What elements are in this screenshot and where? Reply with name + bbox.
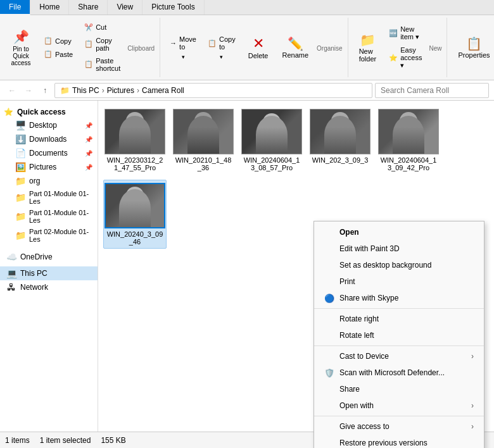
rotate-left-icon (324, 330, 334, 340)
search-input[interactable] (375, 83, 489, 98)
file-name: WIN_20230312_21_47_55_Pro (106, 156, 163, 171)
ctx-item-rotate-left[interactable]: Rotate left (314, 327, 484, 344)
statusbar-selected: 1 item selected (40, 436, 91, 445)
paste-icon: 📋 (44, 50, 53, 58)
ctx-item-print[interactable]: Print (314, 273, 484, 290)
list-item[interactable]: WIN_20210_1_48_36 (172, 106, 235, 175)
rename-icon: ✏️ (288, 36, 303, 51)
ctx-item-share-skype[interactable]: 🔵 Share with Skype (314, 290, 484, 306)
restore-icon (324, 438, 334, 448)
file-name: WIN_20210_1_48_36 (175, 156, 232, 171)
ctx-item-open[interactable]: Open (314, 224, 484, 240)
thispc-icon: 💻 (6, 268, 16, 278)
part01b-icon: 📁 (15, 211, 25, 221)
sidebar-quick-access-header[interactable]: ⭐ Quick access (0, 106, 98, 118)
statusbar-count: 1 items (5, 436, 30, 445)
copy-to-split[interactable]: 📋Copy to ▾ (203, 34, 240, 61)
organise-group: →Move to ▾ 📋Copy to ▾ ✕ Delete ✏️ Rename… (160, 18, 348, 77)
properties-button[interactable]: 📋 Properties (452, 33, 494, 62)
ribbon: File Home Share View Picture Tools 📌 Pin… (0, 0, 494, 80)
ctx-item-rotate-right[interactable]: Rotate right (314, 311, 484, 327)
give-access-arrow-icon: › (471, 422, 474, 431)
easy-access-button[interactable]: ⭐ Easy access ▾ (384, 44, 426, 72)
new-item-button[interactable]: 🆕 New item ▾ (384, 23, 426, 43)
downloads-icon: ⬇️ (15, 134, 25, 144)
pictures-icon: 🖼️ (15, 162, 25, 172)
defender-icon: 🛡️ (324, 368, 334, 378)
list-item[interactable]: WIN_20240_3_09_46 (103, 180, 167, 249)
paste-button[interactable]: 📋 Paste (39, 48, 77, 60)
file-area[interactable]: WIN_20230312_21_47_55_Pro WIN_20210_1_48… (98, 101, 494, 448)
sidebar-item-desktop[interactable]: 🖥️ Desktop 📌 (0, 118, 98, 132)
sidebar-item-part02[interactable]: 📁 Part 02-Module 01-Les (0, 226, 98, 245)
sidebar-item-documents[interactable]: 📄 Documents 📌 (0, 146, 98, 160)
delete-button[interactable]: ✕ Delete (243, 32, 274, 63)
cast-icon (324, 351, 334, 361)
sidebar-item-part01a[interactable]: 📁 Part 01-Module 01-Les (0, 188, 98, 207)
sidebar-item-part01b[interactable]: 📁 Part 01-Module 01-Les (0, 207, 98, 226)
pin-icon: 📌 (13, 29, 29, 44)
ctx-item-set-desktop-bg[interactable]: Set as desktop background (314, 257, 484, 273)
open-with-icon (324, 401, 334, 411)
paste-shortcut-button[interactable]: 📋 Paste shortcut (80, 55, 125, 74)
pin-downloads-icon: 📌 (85, 136, 92, 143)
cut-icon: ✂️ (84, 23, 93, 32)
ctx-item-give-access[interactable]: Give access to › (314, 418, 484, 435)
context-menu: Open Edit with Paint 3D Set as desktop b… (314, 221, 484, 448)
rename-button[interactable]: ✏️ Rename (276, 33, 314, 62)
pin-pictures-icon: 📌 (85, 164, 92, 171)
copy-path-button[interactable]: 📋 Copy path (80, 35, 125, 54)
path-part-cameraroll[interactable]: Camera Roll (142, 86, 184, 95)
ctx-item-edit-paint3d[interactable]: Edit with Paint 3D (314, 240, 484, 257)
move-to-split[interactable]: →Move to ▾ (165, 34, 201, 61)
tab-file[interactable]: File (0, 0, 30, 15)
file-name: WIN_20240604_13_09_42_Pro (380, 156, 437, 171)
tab-picture-tools[interactable]: Picture Tools (142, 0, 204, 15)
tab-view[interactable]: View (108, 0, 142, 15)
statusbar-size: 155 KB (101, 436, 125, 445)
onedrive-icon: ☁️ (6, 252, 16, 262)
new-folder-button[interactable]: 📁 New folder (353, 29, 383, 66)
list-item[interactable]: WIN_202_3_09_3 (308, 106, 372, 175)
paint3d-icon (324, 244, 334, 254)
skype-icon: 🔵 (324, 293, 334, 303)
cast-arrow-icon: › (471, 352, 474, 361)
sidebar-item-org[interactable]: 📁 org (0, 174, 98, 188)
ctx-divider (314, 308, 484, 309)
list-item[interactable]: WIN_20240604_13_08_57_Pro (240, 106, 303, 175)
address-path[interactable]: 📁 This PC › Pictures › Camera Roll (54, 83, 372, 98)
pin-quick-access-button[interactable]: 📌 Pin to Quick access (5, 27, 37, 69)
ribbon-tabs: File Home Share View Picture Tools (0, 0, 494, 15)
pin-documents-icon: 📌 (85, 150, 92, 157)
list-item[interactable]: WIN_20230312_21_47_55_Pro (103, 106, 167, 175)
ctx-item-scan-defender[interactable]: 🛡️ Scan with Microsoft Defender... (314, 364, 484, 381)
list-item[interactable]: WIN_20240604_13_09_42_Pro (377, 106, 440, 175)
tab-share[interactable]: Share (69, 0, 108, 15)
clipboard-group: 📌 Pin to Quick access 📋 Copy 📋 Paste ✂️ … (0, 18, 160, 77)
up-button[interactable]: ↑ (38, 84, 52, 97)
part01a-icon: 📁 (15, 192, 25, 202)
rotate-right-icon (324, 314, 334, 324)
forward-button[interactable]: → (22, 84, 35, 97)
open-icon (324, 227, 334, 237)
ctx-item-restore-versions[interactable]: Restore previous versions (314, 435, 484, 448)
file-name: WIN_20240_3_09_46 (106, 230, 163, 246)
path-part-pictures[interactable]: Pictures (107, 86, 134, 95)
sidebar-item-thispc[interactable]: 💻 This PC (0, 266, 98, 280)
file-thumbnail (104, 183, 165, 228)
sidebar-item-downloads[interactable]: ⬇️ Downloads 📌 (0, 132, 98, 146)
tab-home[interactable]: Home (30, 0, 69, 15)
file-thumbnail (241, 109, 302, 154)
copy-button[interactable]: 📋 Copy (39, 35, 77, 47)
sidebar-item-network[interactable]: 🖧 Network (0, 280, 98, 294)
path-part-thispc[interactable]: This PC (72, 86, 99, 95)
ctx-item-cast-device[interactable]: Cast to Device › (314, 348, 484, 364)
sidebar-item-onedrive[interactable]: ☁️ OneDrive (0, 250, 98, 264)
file-name: WIN_202_3_09_3 (312, 156, 369, 164)
cut-button[interactable]: ✂️ Cut (80, 22, 125, 34)
ctx-item-open-with[interactable]: Open with › (314, 397, 484, 414)
easy-access-icon: ⭐ (389, 54, 398, 62)
sidebar-item-pictures[interactable]: 🖼️ Pictures 📌 (0, 160, 98, 174)
ctx-item-share[interactable]: Share (314, 381, 484, 397)
back-button[interactable]: ← (5, 84, 19, 97)
